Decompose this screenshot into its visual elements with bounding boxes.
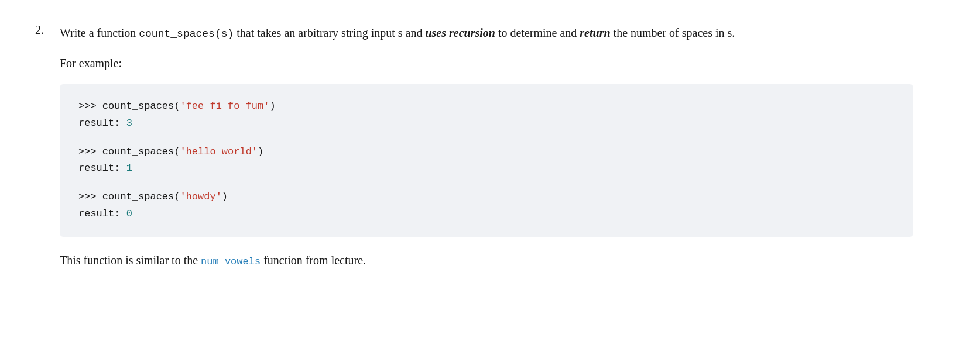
code-block: >>> count_spaces('fee fi fo fum') result… bbox=[60, 84, 913, 237]
text-before: Write a function bbox=[60, 26, 139, 39]
code-result-label-2: result: bbox=[78, 163, 126, 174]
code-example-1: >>> count_spaces('fee fi fo fum') result… bbox=[78, 98, 895, 132]
code-func-1: count_spaces( bbox=[102, 101, 180, 112]
question-container: 2. Write a function count_spaces(s) that… bbox=[35, 23, 913, 270]
code-result-line-3: result: 0 bbox=[78, 206, 895, 223]
text-middle: that takes an arbitrary string input s a… bbox=[234, 26, 425, 39]
text-after-2: the number of spaces in s. bbox=[611, 26, 735, 39]
code-func-close-1: ) bbox=[269, 101, 275, 112]
code-func-close-3: ) bbox=[222, 191, 228, 202]
code-result-label-3: result: bbox=[78, 208, 126, 219]
code-result-value-1: 3 bbox=[126, 118, 132, 129]
footer-text: This function is similar to the num_vowe… bbox=[60, 251, 913, 270]
code-result-line-2: result: 1 bbox=[78, 160, 895, 177]
num-vowels-link[interactable]: num_vowels bbox=[201, 256, 261, 267]
text-after-1: to determine and bbox=[495, 26, 580, 39]
bold-italic-uses-recursion: uses recursion bbox=[425, 26, 495, 39]
code-prompt-2: >>> bbox=[78, 146, 102, 157]
code-string-1: 'fee fi fo fum' bbox=[180, 101, 269, 112]
code-result-line-1: result: 3 bbox=[78, 115, 895, 132]
code-example-3: >>> count_spaces('howdy') result: 0 bbox=[78, 189, 895, 223]
code-line-1: >>> count_spaces('fee fi fo fum') bbox=[78, 98, 895, 115]
code-prompt-3: >>> bbox=[78, 191, 102, 202]
code-line-2: >>> count_spaces('hello world') bbox=[78, 144, 895, 161]
bold-italic-return: return bbox=[580, 26, 610, 39]
question-number: 2. bbox=[35, 23, 53, 37]
code-result-label-1: result: bbox=[78, 118, 126, 129]
footer-text-before: This function is similar to the bbox=[60, 254, 201, 267]
code-result-value-3: 0 bbox=[126, 208, 132, 219]
question-header: 2. Write a function count_spaces(s) that… bbox=[35, 23, 913, 43]
code-func-close-2: ) bbox=[258, 146, 263, 157]
code-result-value-2: 1 bbox=[126, 163, 132, 174]
code-line-3: >>> count_spaces('howdy') bbox=[78, 189, 895, 206]
code-string-3: 'howdy' bbox=[180, 191, 221, 202]
code-func-3: count_spaces( bbox=[102, 191, 180, 202]
for-example-label: For example: bbox=[60, 57, 913, 70]
code-string-2: 'hello world' bbox=[180, 146, 258, 157]
function-name: count_spaces(s) bbox=[139, 28, 234, 40]
code-func-2: count_spaces( bbox=[102, 146, 180, 157]
footer-text-after: function from lecture. bbox=[261, 254, 366, 267]
code-prompt-1: >>> bbox=[78, 101, 102, 112]
code-example-2: >>> count_spaces('hello world') result: … bbox=[78, 144, 895, 178]
question-text: Write a function count_spaces(s) that ta… bbox=[60, 23, 735, 43]
